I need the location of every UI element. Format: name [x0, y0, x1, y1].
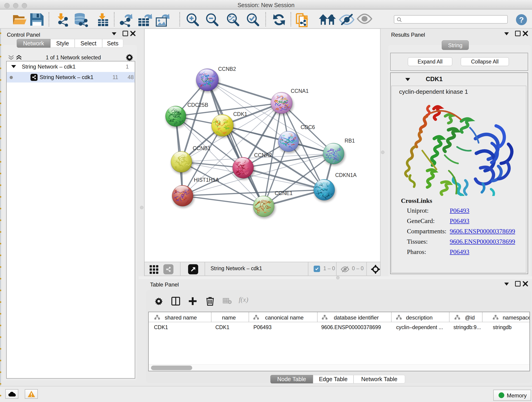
svg-text:CCNE1: CCNE1 — [275, 190, 293, 196]
svg-text:HIST1H1A: HIST1H1A — [194, 177, 219, 183]
svg-text:CDKN1A: CDKN1A — [335, 172, 357, 178]
svg-text:CCNA2: CCNA2 — [254, 152, 272, 158]
svg-text:CCNB1: CCNB1 — [193, 145, 210, 151]
svg-text:CDC6: CDC6 — [301, 124, 315, 130]
svg-text:CDK1: CDK1 — [233, 111, 247, 117]
svg-text:RB1: RB1 — [345, 138, 355, 144]
svg-text:CCNB2: CCNB2 — [218, 66, 236, 72]
svg-text:CDC25B: CDC25B — [187, 102, 208, 108]
svg-text:CCNA1: CCNA1 — [291, 88, 309, 94]
